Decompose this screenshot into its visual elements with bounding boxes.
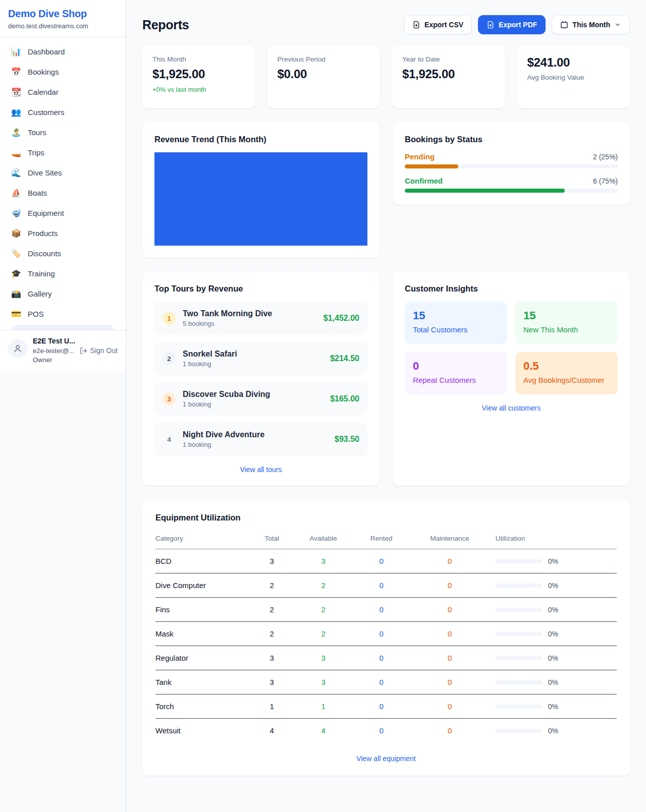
cell-rented: 0: [355, 646, 408, 670]
cell-total: 3: [252, 646, 292, 670]
cell-available: 4: [292, 719, 355, 743]
sidebar-item-label: Products: [28, 229, 58, 238]
progress-track: [405, 164, 618, 168]
insight-tile-total-customers: 15 Total Customers: [405, 302, 507, 344]
sidebar-item-label: Dashboard: [28, 47, 65, 56]
sidebar-item-dive-sites[interactable]: 🌊 Dive Sites: [6, 163, 120, 182]
column-header-total: Total: [252, 530, 292, 549]
sidebar-item-dashboard[interactable]: 📊 Dashboard: [6, 42, 120, 61]
export-pdf-button[interactable]: Export PDF: [478, 15, 546, 34]
stat-label: Previous Period: [278, 55, 370, 63]
status-count: 2 (25%): [593, 153, 618, 161]
top-tours-card: Top Tours by Revenue 1 Two Tank Morning …: [142, 272, 380, 486]
user-section: E2E Test U... e2e-tester@... Sign Out Ow…: [0, 330, 126, 372]
graduation-cap-icon: 🎓: [11, 270, 21, 278]
label-tag-icon: 🏷️: [11, 250, 21, 258]
utilization-percent: 0%: [548, 703, 558, 711]
sidebar-item-training[interactable]: 🎓 Training: [6, 264, 120, 283]
cell-available: 3: [292, 549, 355, 573]
tour-row[interactable]: 2 Snorkel Safari 1 booking $214.50: [154, 342, 367, 375]
sidebar-item-label: Bookings: [28, 68, 59, 76]
sidebar-item-equipment[interactable]: 🤿 Equipment: [6, 204, 120, 222]
utilization-bar: [496, 705, 542, 709]
export-csv-button[interactable]: Export CSV: [404, 15, 472, 34]
insight-value: 15: [523, 309, 610, 322]
utilization-bar: [496, 680, 542, 684]
rank-badge: 3: [163, 392, 176, 405]
sidebar-item-customers[interactable]: 👥 Customers: [6, 103, 120, 122]
stat-value: $0.00: [278, 67, 370, 81]
utilization-bar: [496, 608, 542, 612]
tour-row[interactable]: 3 Discover Scuba Diving 1 booking $165.0…: [154, 382, 367, 416]
desert-island-icon: 🏝️: [11, 129, 21, 137]
stat-card-year-to-date: Year to Date $1,925.00: [392, 45, 505, 108]
sidebar-item-calendar[interactable]: 📆 Calendar: [6, 83, 120, 101]
insight-label: Repeat Customers: [413, 376, 499, 384]
file-download-icon: [487, 21, 495, 29]
insight-tile-new-this-month: 15 New This Month: [515, 302, 618, 344]
view-all-tours-link[interactable]: View all tours: [154, 466, 367, 474]
brand: Demo Dive Shop demo.test.divestreams.com: [0, 0, 126, 37]
cell-category: Regulator: [155, 646, 252, 670]
table-row: Dive Computer 2 2 0 0 0%: [155, 573, 617, 598]
water-wave-icon: 🌊: [11, 169, 21, 177]
sidebar-item-gallery[interactable]: 📸 Gallery: [6, 284, 120, 303]
equipment-utilization-card: Equipment Utilization Category Total Ava…: [142, 501, 630, 776]
insight-label: Avg Bookings/Customer: [523, 376, 610, 384]
tour-revenue: $214.50: [330, 354, 359, 363]
rank-badge: 1: [163, 312, 176, 325]
progress-track: [405, 189, 618, 193]
sidebar-item-boats[interactable]: ⛵ Boats: [6, 184, 120, 202]
progress-fill-pending: [405, 164, 458, 168]
cell-category: Dive Computer: [155, 573, 252, 598]
utilization-bar: [496, 559, 542, 563]
view-all-equipment-link[interactable]: View all equipment: [155, 755, 617, 763]
sidebar-item-label: Trips: [28, 148, 44, 157]
insight-label: New This Month: [523, 325, 610, 334]
table-row: Regulator 3 3 0 0 0%: [155, 646, 617, 670]
tour-row[interactable]: 1 Two Tank Morning Dive 5 bookings $1,45…: [154, 302, 367, 335]
cell-maintenance: 0: [408, 549, 491, 573]
sidebar-item-reports-partial[interactable]: [12, 325, 114, 330]
utilization-percent: 0%: [548, 606, 558, 614]
rank-badge: 2: [163, 352, 176, 365]
utilization-percent: 0%: [548, 654, 558, 662]
stat-card-this-month: This Month $1,925.00 +0% vs last month: [142, 45, 255, 108]
view-all-customers-link[interactable]: View all customers: [405, 404, 618, 412]
tour-name: Night Dive Adventure: [183, 430, 328, 439]
column-header-maintenance: Maintenance: [408, 530, 491, 549]
cell-maintenance: 0: [408, 598, 491, 622]
status-row-confirmed: Confirmed 6 (75%): [405, 177, 618, 193]
sidebar-item-label: Calendar: [28, 88, 59, 96]
sidebar-item-label: POS: [28, 310, 44, 318]
progress-fill-confirmed: [405, 189, 565, 193]
sign-out-button[interactable]: Sign Out: [80, 346, 118, 355]
stat-label: Year to Date: [402, 55, 495, 63]
brand-name: Demo Dive Shop: [8, 8, 118, 20]
column-header-available: Available: [292, 530, 355, 549]
chevron-down-icon: [614, 21, 621, 28]
rank-badge: 4: [163, 433, 176, 446]
tear-off-calendar-icon: 📆: [11, 88, 21, 96]
sidebar-nav: 📊 Dashboard 📅 Bookings 📆 Calendar 👥 Cust…: [0, 37, 126, 330]
cell-total: 3: [252, 549, 292, 573]
sidebar-item-tours[interactable]: 🏝️ Tours: [6, 123, 120, 142]
tour-row[interactable]: 4 Night Dive Adventure 1 booking $93.50: [154, 423, 367, 456]
sidebar-item-pos[interactable]: 💳 POS: [6, 305, 120, 323]
customer-insights-card: Customer Insights 15 Total Customers 15 …: [393, 272, 630, 486]
column-header-rented: Rented: [355, 530, 408, 549]
utilization-percent: 0%: [548, 582, 558, 590]
main-content: Reports Export CSV Export PDF This Month: [126, 0, 646, 776]
tour-name: Discover Scuba Diving: [183, 390, 323, 399]
cell-total: 4: [252, 719, 292, 743]
user-name: E2E Test U...: [33, 337, 118, 345]
sidebar-item-trips[interactable]: 🚤 Trips: [6, 143, 120, 162]
cell-rented: 0: [355, 549, 408, 573]
sidebar-item-discounts[interactable]: 🏷️ Discounts: [6, 244, 120, 263]
sidebar-item-products[interactable]: 📦 Products: [6, 224, 120, 243]
table-row: Mask 2 2 0 0 0%: [155, 622, 617, 646]
speedboat-icon: 🚤: [11, 149, 21, 157]
sailboat-icon: ⛵: [11, 189, 21, 197]
period-dropdown[interactable]: This Month: [552, 15, 630, 34]
sidebar-item-bookings[interactable]: 📅 Bookings: [6, 63, 120, 81]
